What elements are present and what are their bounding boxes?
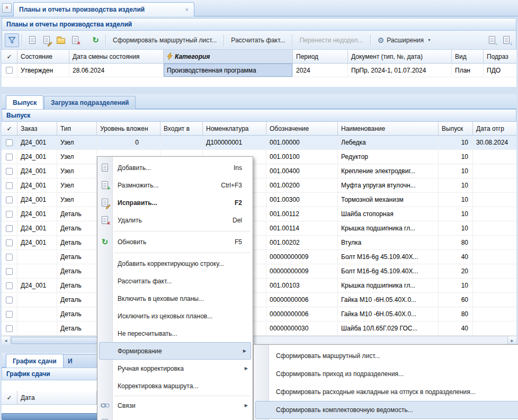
- cell-name: Гайка М10 -6Н.05.40Х.0...: [338, 293, 439, 307]
- menu-item-links[interactable]: Связи ▶: [97, 397, 253, 414]
- column-header-division[interactable]: Подраз: [484, 50, 516, 63]
- row-checkbox[interactable]: [6, 182, 13, 189]
- column-header-ship-date[interactable]: Дата отгр: [473, 122, 516, 135]
- table-row[interactable]: Д24_001 Узел 001.00400 Крепление электро…: [2, 164, 516, 178]
- tab-load-divisions[interactable]: Загрузка подразделений: [44, 96, 136, 109]
- table-row[interactable]: Деталь 00000000006 Гайка М10 -6Н.05.40Х.…: [2, 307, 516, 321]
- menu-item-add-correction-row[interactable]: Добавить корректирующую строку...: [97, 255, 253, 272]
- table-row[interactable]: Д24_001 Деталь 001.00103 Крышка подшипни…: [2, 279, 516, 293]
- column-header-check[interactable]: ✓: [2, 122, 17, 135]
- column-header-designation[interactable]: Обозначение: [266, 122, 338, 135]
- extensions-button[interactable]: ⚙ Расширения ▼: [373, 33, 435, 47]
- menu-item-include-shop-plans[interactable]: Включить в цеховые планы...: [97, 290, 253, 307]
- table-row[interactable]: Утвержден 28.06.2024 Производственная пр…: [2, 64, 516, 77]
- menu-item-no-recalc[interactable]: Не пересчитывать...: [97, 325, 253, 342]
- table-row[interactable]: Деталь 00000000009 Болт М16-6g 45.109.40…: [2, 250, 516, 264]
- column-header-state[interactable]: Состояние: [17, 50, 69, 63]
- move-unfinished-button[interactable]: Перенести недодел...: [295, 33, 367, 47]
- row-checkbox[interactable]: [6, 139, 13, 146]
- row-checkbox[interactable]: [6, 67, 13, 74]
- column-header-nomenclature[interactable]: Номенклатура: [203, 122, 266, 135]
- scroll-left-button[interactable]: ◄: [2, 336, 11, 345]
- cell-check: [2, 279, 17, 292]
- tab-close-icon[interactable]: ×: [185, 6, 189, 13]
- menu-item-add[interactable]: Добавить... Ins: [97, 159, 253, 176]
- row-checkbox[interactable]: [6, 297, 13, 303]
- column-header-kind[interactable]: Вид: [452, 50, 484, 63]
- table-row[interactable]: Д24_001 Деталь 001.00112 Шайба стопорная…: [2, 207, 516, 221]
- table-row[interactable]: Деталь 00000000009 Болт М16-6g 45.109.40…: [2, 264, 516, 279]
- edit-document-button[interactable]: [39, 33, 53, 47]
- menu-item-label: Рассчитать факт...: [118, 278, 172, 285]
- submenu-item-route-sheet[interactable]: Сформировать маршрутный лист...: [254, 347, 518, 365]
- column-header-output[interactable]: Выпуск: [439, 122, 473, 135]
- menu-item-manual-correction[interactable]: Ручная корректировка ▶: [97, 360, 253, 377]
- menu-item-edit[interactable]: Исправить... F2: [97, 194, 253, 211]
- row-checkbox[interactable]: [6, 311, 13, 318]
- delete-document-button[interactable]: ×: [68, 33, 82, 47]
- row-checkbox[interactable]: [6, 282, 13, 289]
- menu-item-duplicate[interactable]: + Размножить... Ctrl+F3: [97, 176, 253, 194]
- open-folder-button[interactable]: [53, 33, 68, 47]
- menu-item-delete[interactable]: × Удалить Del: [97, 211, 253, 229]
- menu-separator: [114, 396, 250, 396]
- table-row[interactable]: Д24_001 Узел 001.00300 Тормозной механиз…: [2, 193, 516, 207]
- menu-item-partial[interactable]: +: [97, 414, 253, 420]
- cell-ship-date: [473, 293, 516, 307]
- form-route-sheet-button[interactable]: Сформировать маршрутный лист...: [109, 33, 221, 47]
- column-header-state-date[interactable]: Дата смены состояния: [69, 50, 164, 63]
- tab-delivery-schedule[interactable]: График сдачи: [6, 354, 64, 368]
- column-header-check[interactable]: ✓: [2, 391, 17, 404]
- close-tabs-button[interactable]: ×: [2, 3, 12, 13]
- main-toolbar: × ↻ Сформировать маршрутный лист... Расс…: [2, 31, 516, 50]
- menu-item-label: Сформировать маршрутный лист...: [276, 352, 380, 360]
- column-header-type[interactable]: Тип: [57, 122, 97, 135]
- column-header-level[interactable]: Уровень вложен: [97, 122, 160, 135]
- menu-item-refresh[interactable]: ↻ Обновить F5: [97, 233, 253, 251]
- row-checkbox[interactable]: [6, 211, 13, 218]
- column-header-period[interactable]: Период: [293, 50, 348, 63]
- filter-button[interactable]: [5, 33, 19, 47]
- row-checkbox[interactable]: [6, 154, 13, 160]
- column-header-document[interactable]: Документ (тип, №, дата): [348, 50, 452, 63]
- column-header-date[interactable]: Дата: [17, 391, 97, 404]
- row-checkbox[interactable]: [6, 254, 13, 261]
- column-header-category[interactable]: Категория: [164, 50, 293, 63]
- menu-item-exclude-shop-plans[interactable]: Исключить из цеховых планов...: [97, 307, 253, 325]
- row-checkbox[interactable]: [6, 325, 13, 332]
- table-row[interactable]: Д24_001 Узел 001.00100 Редуктор 10: [2, 150, 516, 164]
- tab-plans-reports[interactable]: Планы и отчеты производства изделий ×: [13, 2, 194, 16]
- row-checkbox[interactable]: [6, 196, 13, 203]
- menu-item-formation[interactable]: Формирование ▶: [99, 342, 251, 360]
- horizontal-scrollbar[interactable]: ◄ ►: [2, 336, 516, 345]
- row-checkbox[interactable]: [6, 168, 13, 175]
- add-document-button[interactable]: [25, 33, 39, 47]
- calc-fact-button[interactable]: Рассчитать факт...: [227, 33, 289, 47]
- cell-ship-date: [473, 321, 516, 335]
- submenu-item-expense-invoices[interactable]: Сформировать расходные накладные на отпу…: [254, 383, 518, 401]
- tab-partial-label: И: [68, 358, 73, 365]
- tab-output[interactable]: Выпуск: [6, 95, 43, 109]
- menu-item-route-correction[interactable]: Корректировка маршрута...: [97, 377, 253, 395]
- submenu-item-income-from-division[interactable]: Сформировать приход из подразделения...: [254, 365, 518, 383]
- table-row[interactable]: Деталь 00000000006 Гайка М10 -6Н.05.40Х.…: [2, 293, 516, 307]
- export-button[interactable]: →: [485, 33, 499, 47]
- table-row[interactable]: Д24_001 Узел 0 Д100000001 001.00000 Лебе…: [2, 136, 516, 150]
- row-checkbox[interactable]: [6, 225, 13, 232]
- table-row[interactable]: Деталь 00000000030 Шайба 10Л.65Г.029 ГОС…: [2, 321, 516, 336]
- table-row[interactable]: Д24_001 Деталь 001.00114 Крышка подшипни…: [2, 221, 516, 236]
- menu-item-calc-fact[interactable]: Рассчитать факт...: [97, 272, 253, 290]
- column-header-check[interactable]: ✓: [2, 50, 17, 63]
- refresh-button[interactable]: ↻: [88, 33, 103, 47]
- cell-name: Муфта упругая втулочн...: [338, 178, 439, 192]
- column-header-parent[interactable]: Входит в: [160, 122, 203, 135]
- row-checkbox[interactable]: [6, 239, 13, 246]
- submenu-item-picking-list[interactable]: Сформировать комплектовочную ведомость..…: [255, 401, 518, 419]
- scroll-right-button[interactable]: ►: [507, 336, 516, 345]
- table-row[interactable]: Д24_001 Узел 001.00200 Муфта упругая вту…: [2, 178, 516, 193]
- column-header-name[interactable]: Наименование: [338, 122, 439, 135]
- download-button[interactable]: ↓: [499, 33, 513, 47]
- row-checkbox[interactable]: [6, 268, 13, 275]
- table-row[interactable]: Д24_001 Деталь 001.00202 Втулка 80: [2, 236, 516, 250]
- column-header-order[interactable]: Заказ: [17, 122, 57, 135]
